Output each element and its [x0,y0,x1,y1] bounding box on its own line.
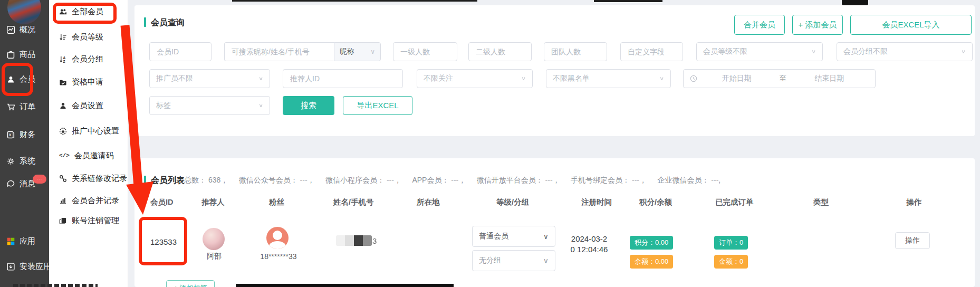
clock-icon [690,75,697,82]
search-field-group: 昵称 ∨ [224,42,381,61]
fans-avatar[interactable] [266,227,289,249]
sidebar-item-orders[interactable]: 订单 [6,101,35,112]
browser-fragment [232,0,477,2]
submenu-item-label: 会员设置 [72,101,103,111]
query-panel-title: 会员查询 [151,17,185,28]
sidebar-item-apps[interactable]: 应用 [6,235,35,247]
referrer-avatar[interactable] [203,228,225,250]
taskbar-fragment [236,284,454,287]
member-level-select[interactable]: 会员等级不限∨ [696,42,823,61]
chevron-down-icon: ∨ [370,48,375,55]
chevron-down-icon: ∨ [258,102,263,108]
sidebar-item-label: 系统 [20,156,35,166]
main-sidebar: 概况 商品 会员 订单 ¥ 财务 系统 消息 应用 [0,0,49,287]
export-excel-button[interactable]: 导出EXCEL [343,96,412,115]
message-badge: ... [33,175,46,184]
browser-fragment [842,0,868,5]
team-count-input[interactable] [544,42,607,61]
submenu-item-label: 全部会员 [72,7,103,17]
list-panel-title: 会员列表 [151,175,185,186]
sidebar-item-label: 财务 [20,130,35,140]
submenu-all-members[interactable]: 全部会员 [59,6,103,17]
stat-wechat-official: 微信公众号会员： ---， [239,176,315,184]
submenu-relation-log[interactable]: 关系链修改记录 [59,173,127,184]
relation-log-icon [59,175,67,183]
submenu-item-label: 会员等级 [72,32,103,42]
sidebar-item-products[interactable]: 商品 [6,49,35,60]
svg-text:A: A [63,55,66,59]
col-completed-orders: 已完成订单 [715,197,754,207]
all-members-icon [59,8,67,16]
custom-field-input[interactable] [620,42,683,61]
merge-member-button[interactable]: 合并会员 [734,15,785,35]
sidebar-item-messages[interactable]: 消息 [6,178,35,189]
date-end-placeholder[interactable]: 结束日期 [790,74,869,83]
register-date-range-picker[interactable]: 开始日期 至 结束日期 [683,69,876,88]
submenu-item-label: 资格申请 [72,77,103,87]
row-level-select[interactable]: 普通会员∨ [472,226,555,247]
submenu-member-settings[interactable]: 会员设置 [59,100,103,111]
member-list-panel: 会员列表 总数： 638， 微信公众号会员： ---， 微信小程序会员： ---… [134,158,975,287]
level2-count-input[interactable] [468,42,532,61]
sidebar-item-label: 订单 [20,102,35,112]
stat-phone-bound: 手机号绑定会员： ---， [571,176,647,184]
avatar[interactable] [7,0,41,24]
qualification-icon [59,78,67,86]
search-button[interactable]: 搜索 [283,96,334,115]
tag-select[interactable]: 标签∨ [149,96,270,115]
sidebar-item-members[interactable]: 会员 [6,73,35,85]
level1-count-input[interactable] [393,42,457,61]
submenu-qualification[interactable]: 资格申请 [59,76,103,88]
member-id-input[interactable] [149,42,212,61]
account-cancel-icon [59,217,67,225]
submenu-item-label: 关系链修改记录 [72,174,127,184]
date-start-placeholder[interactable]: 开始日期 [697,74,776,83]
add-tag-button[interactable]: + 添加标签 [166,280,215,287]
sidebar-item-label: 会员 [20,74,35,84]
submenu-account-cancel[interactable]: 账号注销管理 [59,215,119,226]
member-group-select[interactable]: 会员分组不限∨ [837,42,973,61]
submenu-item-label: 会员邀请码 [74,151,114,161]
sidebar-item-finance[interactable]: ¥ 财务 [6,129,35,140]
blacklist-select[interactable]: 不限黑名单∨ [546,69,671,88]
stat-mini-program: 微信小程序会员： ---， [325,176,401,184]
chevron-down-icon: ∨ [258,75,263,81]
products-icon [6,50,15,59]
row-group-select[interactable]: 无分组∨ [472,250,555,271]
apps-icon [6,237,15,246]
follow-select[interactable]: 不限关注∨ [417,69,533,88]
stat-total: 总数： 638， [184,176,228,184]
col-referrer: 推荐人 [201,197,225,207]
member-level-icon [59,33,67,41]
add-member-button[interactable]: + 添加会员 [792,15,843,35]
referrer-name: 阿部 [193,252,235,261]
member-group-icon: AZ [59,55,67,63]
submenu-member-level[interactable]: 会员等级 [59,31,103,43]
row-action-button[interactable]: 操作 [895,232,930,249]
col-type: 类型 [813,197,829,207]
referrer-id-input[interactable] [283,69,403,88]
chevron-down-icon: ∨ [811,49,816,54]
sidebar-item-install-apps[interactable]: 安装应用 [6,261,51,272]
orders-badge: 订单：0 [714,236,748,250]
invite-code-icon: </> [59,152,70,159]
search-type-select[interactable]: 昵称 ∨ [334,42,381,61]
members-icon [6,75,15,84]
submenu-member-group[interactable]: AZ 会员分组 [59,53,103,65]
sidebar-item-label: 概况 [20,25,35,35]
sidebar-item-overview[interactable]: 概况 [6,24,35,35]
system-icon [6,157,15,166]
stat-open-platform: 微信开放平台会员： ---， [477,176,560,184]
col-name-phone: 姓名/手机号 [333,197,374,207]
excel-import-button[interactable]: 会员EXCEL导入 [850,15,972,35]
promoter-select[interactable]: 推广员不限∨ [149,69,270,88]
person-icon [273,231,282,240]
search-input[interactable] [224,42,334,61]
col-points-balance: 积分/余额 [639,197,672,207]
sidebar-item-label: 商品 [20,50,35,60]
sidebar-item-system[interactable]: 系统 [6,155,35,167]
submenu-merge-log[interactable]: 会员合并记录 [59,195,119,206]
title-accent-bar [144,176,146,184]
submenu-promotion-center[interactable]: 推广中心设置 [59,125,119,137]
submenu-invite-code[interactable]: </> 会员邀请码 [59,150,114,161]
